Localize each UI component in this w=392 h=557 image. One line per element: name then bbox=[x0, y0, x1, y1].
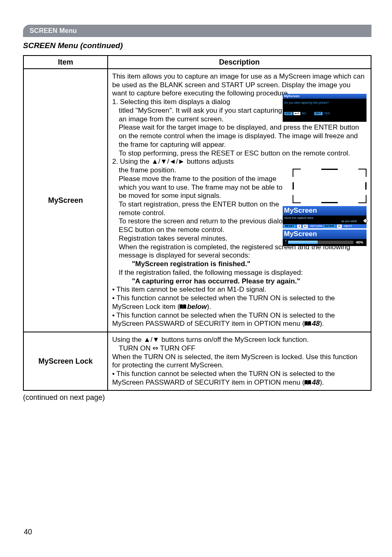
osd-move-l2: as you want. bbox=[284, 220, 365, 223]
capture-frame-icon bbox=[293, 169, 367, 203]
lock-l1: Using the ▲/▼ buttons turns on/off the M… bbox=[112, 336, 309, 343]
desc-myscreen: MyScreen Do you start capturing this pic… bbox=[108, 69, 371, 332]
osd-move-dialog: MyScreen Move the capture area as you wa… bbox=[283, 206, 367, 228]
menu-header: SCREEN Menu bbox=[23, 25, 371, 37]
book-icon bbox=[304, 380, 311, 385]
item-myscreen-lock: MyScreen Lock bbox=[23, 332, 108, 390]
col-item: Item bbox=[23, 56, 108, 69]
menu-header-label: SCREEN Menu bbox=[30, 27, 77, 35]
ms-step1d: To stop performing, press the RESET or E… bbox=[119, 149, 350, 157]
ms-step1b: titled "MyScreen". It will ask you if yo… bbox=[119, 107, 282, 123]
lock-l4b: 48 bbox=[312, 378, 320, 386]
col-desc: Description bbox=[108, 56, 371, 69]
ms-step1a: 1. Selecting this item displays a dialog bbox=[112, 98, 230, 106]
page-number: 40 bbox=[24, 528, 32, 536]
osd-title: MyScreen bbox=[283, 94, 367, 99]
osd-confirm-dialog: MyScreen Do you start capturing this pic… bbox=[283, 94, 367, 122]
ms-reg3: If the registration failed, the followin… bbox=[119, 269, 303, 276]
osd-yes-label: :YES bbox=[323, 112, 330, 115]
osd-no-label: :NO bbox=[301, 112, 306, 115]
lock-l3: When the TURN ON is selected, the item M… bbox=[112, 353, 357, 369]
desc-myscreen-lock: Using the ▲/▼ buttons turns on/off the M… bbox=[108, 332, 371, 390]
section-title: SCREEN Menu (continued) bbox=[23, 41, 371, 50]
chip-ret2-icon: ↩ bbox=[337, 225, 342, 228]
ms-reg: Registration takes several minutes. bbox=[119, 234, 228, 242]
osd-move-lines: Move the capture area as you want. ✥ bbox=[283, 216, 367, 224]
osd-chip-esc-icon: ⇐+ bbox=[293, 112, 300, 115]
row-myscreen-lock: MyScreen Lock Using the ▲/▼ buttons turn… bbox=[23, 332, 371, 390]
ms-step2c: Please move the frame to the position of… bbox=[119, 175, 282, 200]
chip-return-label: :RETURN bbox=[309, 225, 322, 228]
osd-chip-row: RESET + ↩ :RETURN ENTER ↩ :NEXT bbox=[283, 224, 367, 229]
osd-progress-dialog: MyScreen ▼△ 45% bbox=[283, 230, 367, 246]
osd-confirm-message: Do you start capturing this picture? ESC… bbox=[283, 99, 367, 122]
item-myscreen: MyScreen bbox=[23, 69, 108, 332]
ms-step2a: 2. Using the ▲/▼/◄/► buttons adjusts bbox=[112, 158, 234, 165]
osd-move-title: MyScreen bbox=[283, 206, 367, 216]
chip-enter: ENTER bbox=[323, 225, 336, 228]
ms-step1c: Please wait for the target image to be d… bbox=[119, 123, 359, 148]
move-arrows-icon: ✥ bbox=[363, 218, 367, 224]
book-icon bbox=[304, 321, 311, 326]
ms-msg-ok: "MyScreen registration is finished." bbox=[132, 260, 250, 268]
osd-progress-title: MyScreen bbox=[283, 230, 367, 239]
progress-bar bbox=[288, 241, 353, 244]
ms-bul2a: • This function cannot be selected when … bbox=[112, 294, 335, 311]
osd-move-wrap: MyScreen Move the capture area as you wa… bbox=[283, 206, 367, 246]
continued-note: (continued on next page) bbox=[23, 393, 371, 402]
ms-step2b: the frame position. bbox=[119, 166, 176, 174]
chip-plus: + bbox=[297, 225, 301, 228]
ms-msg-fail: "A capturing error has occurred. Please … bbox=[132, 277, 300, 285]
progress-value: 45% bbox=[354, 240, 365, 245]
ms-bul2b: below bbox=[187, 303, 207, 311]
ms-bul2c: ). bbox=[207, 303, 211, 311]
osd-move-l1: Move the capture area bbox=[284, 216, 365, 220]
chip-next-label: :NEXT bbox=[344, 225, 352, 228]
osd-chip-ent: ENT bbox=[314, 112, 323, 115]
ms-bul3a: • This function cannot be selected when … bbox=[112, 311, 335, 328]
osd-confirm-text: Do you start capturing this picture? bbox=[284, 101, 365, 104]
ms-bul3c: ). bbox=[320, 320, 324, 327]
chip-reset: RESET bbox=[284, 225, 295, 228]
row-myscreen: MyScreen MyScreen Do you start capturing… bbox=[23, 69, 371, 332]
triangle-icons: ▼△ bbox=[284, 240, 287, 245]
lock-l2: TURN ON ⇔ TURN OFF bbox=[119, 344, 196, 352]
book-icon bbox=[180, 304, 186, 309]
chip-ret1-icon: ↩ bbox=[303, 225, 308, 228]
ms-bul1: • This item cannot be selected for an M1… bbox=[112, 285, 266, 293]
settings-table: Item Description MyScreen MyScreen Do yo… bbox=[23, 55, 371, 391]
lock-l4c: ). bbox=[320, 378, 324, 386]
ms-step2d: To start registration, press the ENTER b… bbox=[119, 200, 279, 217]
osd-chip-esc: ESC bbox=[284, 112, 293, 115]
progress-fill bbox=[288, 241, 318, 244]
lock-l4a: • This function cannot be selected when … bbox=[112, 370, 335, 386]
ms-bul3b: 48 bbox=[312, 320, 320, 327]
